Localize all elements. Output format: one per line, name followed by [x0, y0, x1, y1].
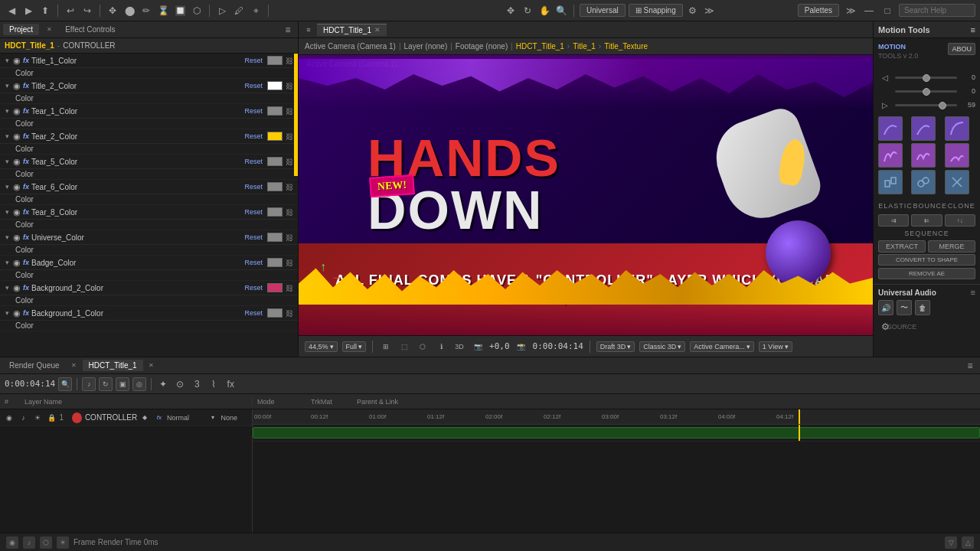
breadcrumb-title1[interactable]: Title_1 [573, 42, 596, 51]
audio-speaker-icon[interactable]: 🔊 [878, 300, 893, 315]
reset-universe[interactable]: Reset [244, 233, 263, 241]
audio-source-icon[interactable]: SOURCE [895, 320, 909, 334]
vc-snapshot[interactable]: 📸 [514, 340, 528, 354]
extract-btn[interactable]: EXTRACT [878, 240, 926, 253]
preset-elastic-2[interactable] [911, 116, 936, 141]
color-row-bg2[interactable]: ▾ ◉ fx Background_2_Color Reset ⛓ [0, 281, 298, 295]
preset-bounce-2[interactable] [911, 143, 936, 168]
comp-tab-close[interactable]: ✕ [374, 26, 381, 34]
color-row-tear6[interactable]: ▾ ◉ fx Tear_6_Color Reset ⛓ [0, 180, 298, 194]
eye-universe[interactable]: ◉ [12, 233, 21, 242]
comp-timeline-tab[interactable]: HDCT_Title_1 [83, 360, 143, 371]
audio-wave-icon[interactable]: 〜 [897, 300, 912, 315]
eye-tear1[interactable]: ◉ [12, 106, 21, 116]
timeline-playhead-track[interactable] [799, 425, 800, 441]
status-icon-6[interactable]: △ [962, 536, 974, 549]
swatch-tear5[interactable] [267, 157, 283, 166]
tab-effect-controls[interactable]: Effect Controls [59, 24, 121, 35]
universal-btn[interactable]: Universal [580, 4, 626, 17]
search-input[interactable] [899, 4, 975, 17]
tl-add-marker[interactable]: ✦ [156, 377, 170, 391]
eye-tear2[interactable]: ◉ [12, 132, 21, 141]
ease-track-3[interactable] [895, 104, 957, 106]
expand-badge[interactable]: ▾ [3, 259, 11, 266]
toolbar-maximize[interactable]: □ [880, 4, 894, 18]
swatch-badge[interactable] [267, 258, 283, 267]
tool-pan[interactable]: ✋ [537, 4, 551, 18]
tl-menu[interactable]: ≡ [963, 359, 977, 373]
swatch-title2[interactable] [267, 81, 283, 90]
vc-mask-icon[interactable]: ⬡ [416, 340, 430, 354]
color-row-title2[interactable]: ▾ ◉ fx Title_2_Color Reset ⛓ [0, 79, 298, 93]
tl-graph-editor[interactable]: ⌇ [207, 377, 220, 391]
audio-trash-icon[interactable]: 🗑 [915, 300, 930, 315]
merge-btn[interactable]: MERGE [928, 240, 975, 253]
reset-title1[interactable]: Reset [244, 57, 263, 64]
color-row-tear1[interactable]: ▾ ◉ fx Tear_1_Color Reset ⛓ [0, 104, 298, 119]
reset-tear5[interactable]: Reset [244, 158, 263, 165]
comp-menu-icon[interactable]: ≡ [302, 23, 315, 37]
preset-bounce-1[interactable] [878, 143, 903, 168]
preset-elastic-3[interactable] [945, 116, 969, 141]
ease-track-2[interactable] [895, 90, 957, 93]
color-row-universe[interactable]: ▾ ◉ fx Universe_Color Reset ⛓ [0, 230, 298, 245]
palettes-btn[interactable]: Palettes [798, 4, 839, 17]
swatch-tear2[interactable] [267, 132, 283, 141]
color-row-tear5[interactable]: ▾ ◉ fx Tear_5_Color Reset ⛓ [0, 155, 298, 169]
toolbar-icon-12[interactable]: ▷ [215, 4, 229, 18]
layer-fx-icon[interactable]: fx [153, 411, 165, 425]
swatch-tear8[interactable] [267, 207, 283, 217]
preset-bounce-3[interactable] [945, 143, 969, 168]
toolbar-minimize[interactable]: — [862, 4, 876, 18]
eye-title1[interactable]: ◉ [12, 56, 21, 65]
swatch-tear6[interactable] [267, 182, 283, 191]
preset-clone-3[interactable] [945, 170, 969, 194]
vc-info-icon[interactable]: ℹ [434, 340, 448, 354]
vc-safe-icon[interactable]: ⬚ [397, 340, 411, 354]
layer-lock-icon[interactable]: 🔒 [45, 411, 57, 425]
table-row[interactable]: ◉ ♪ ☀ 🔒 1 CONTROLLER ◆ fx Normal ▾ None [0, 409, 252, 426]
vc-3d-icon[interactable]: 3D [452, 340, 466, 354]
layer-audio-icon[interactable]: ♪ [17, 411, 29, 425]
zoom-dropdown[interactable]: 44,5% ▾ [305, 341, 338, 352]
sequence-btn3[interactable]: ↑↓ [945, 214, 975, 227]
tab-project[interactable]: Project [3, 24, 39, 35]
status-icon-5[interactable]: ▽ [945, 536, 957, 549]
ease-handle-1[interactable] [923, 74, 930, 82]
layer-solo-icon[interactable]: ☀ [31, 411, 44, 425]
remove-btn[interactable]: REMOVE AE [878, 268, 975, 279]
reset-tear1[interactable]: Reset [244, 107, 263, 115]
status-icon-2[interactable]: ♪ [23, 536, 35, 549]
toolbar-settings[interactable]: ⚙ [686, 4, 700, 18]
close-project[interactable]: ✕ [42, 23, 56, 37]
ease-right-icon[interactable]: ▷ [878, 98, 892, 112]
reset-badge[interactable]: Reset [244, 259, 263, 266]
expand-bg1[interactable]: ▾ [3, 309, 11, 317]
eye-tear5[interactable]: ◉ [12, 157, 21, 166]
toolbar-icon-9[interactable]: ⌛ [156, 4, 170, 18]
toolbar-icon-5[interactable]: ↪ [80, 4, 94, 18]
expand-title2[interactable]: ▾ [3, 82, 11, 90]
views-dropdown[interactable]: 1 View ▾ [759, 341, 792, 352]
expand-universe[interactable]: ▾ [3, 233, 11, 241]
expand-tear1[interactable]: ▾ [3, 107, 11, 115]
toolbar-icon-1[interactable]: ◀ [5, 4, 18, 18]
eye-bg1[interactable]: ◉ [12, 308, 21, 318]
layer-mode-value[interactable]: Normal [167, 414, 205, 422]
layer-keyframe-icon[interactable]: ◆ [139, 411, 151, 425]
tl-cycle[interactable]: ↻ [99, 377, 113, 391]
reset-tear6[interactable]: Reset [244, 183, 263, 191]
tl-play-audio[interactable]: ♪ [82, 377, 96, 391]
status-icon-3[interactable]: ⬡ [40, 536, 52, 549]
swatch-bg2[interactable] [267, 283, 283, 292]
vc-camera-icon[interactable]: 📷 [471, 340, 485, 354]
tl-comp-btn[interactable]: ▣ [116, 377, 129, 391]
snapping-btn[interactable]: ⊞ Snapping [629, 4, 683, 17]
preset-elastic-1[interactable] [878, 116, 903, 141]
tl-motion-blur[interactable]: ⊙ [173, 377, 187, 391]
draft-dropdown[interactable]: Draft 3D ▾ [596, 341, 635, 352]
toolbar-icon-13[interactable]: 🖊 [232, 4, 246, 18]
swatch-bg1[interactable] [267, 308, 283, 318]
layer-mode-arrow[interactable]: ▾ [207, 411, 219, 425]
quality-dropdown[interactable]: Full ▾ [342, 341, 367, 352]
